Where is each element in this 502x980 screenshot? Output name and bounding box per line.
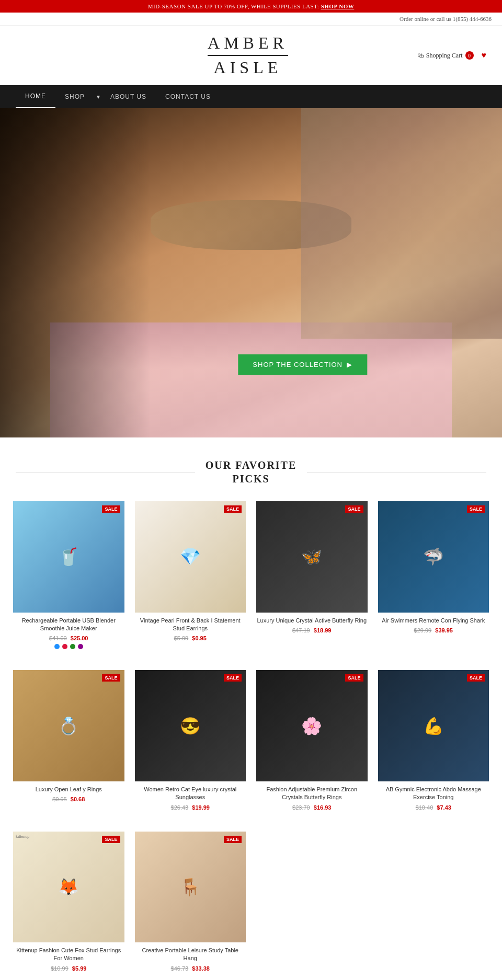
products-row1: SALE 🥤 Rechargeable Portable USB Blender…: [0, 496, 502, 654]
product-card[interactable]: SALE 💍 Luxury Open Leaf y Rings $0.95 $0…: [8, 665, 130, 815]
sale-badge: SALE: [102, 674, 120, 682]
banner-text: MID-SEASON SALE UP TO 70% OFF, WHILE SUP…: [148, 3, 320, 9]
sale-badge: SALE: [102, 505, 120, 513]
product-prices: $26.43 $19.99: [135, 804, 246, 811]
left-divider: [16, 472, 195, 472]
product-card[interactable]: SALE 🌸 Fashion Adjustable Premium Zircon…: [251, 665, 373, 815]
product-card[interactable]: SALE kittenup 🦊 Kittenup Fashion Cute Fo…: [8, 826, 130, 977]
product-prices: $10.99 $5.99: [13, 965, 124, 972]
price-new: $25.00: [71, 635, 88, 641]
product-card[interactable]: SALE 💪 AB Gymnic Electronic Abdo Massage…: [373, 665, 495, 815]
hero-cta: SHOP THE COLLECTION ▶: [238, 354, 367, 375]
product-prices: $41.00 $25.00: [13, 635, 124, 641]
product-image: 🦈: [378, 501, 489, 613]
price-old: $23.70: [292, 804, 310, 811]
sale-badge: SALE: [224, 836, 242, 843]
sale-badge: SALE: [224, 505, 242, 513]
logo-line1: AMBER: [208, 33, 288, 53]
product-prices: $10.40 $7.43: [378, 804, 489, 811]
products-row2: SALE 💍 Luxury Open Leaf y Rings $0.95 $0…: [0, 665, 502, 815]
product-image: 🦋: [256, 501, 368, 613]
product-card[interactable]: SALE 🦈 Air Swimmers Remote Con Flying Sh…: [373, 496, 495, 654]
header-right: 🛍 Shopping Cart 0 ♥: [417, 51, 486, 60]
product-prices: $23.70 $16.93: [256, 804, 368, 811]
product-title: Creative Portable Leisure Study Table Ha…: [135, 947, 246, 963]
shop-btn-text: SHOP THE COLLECTION: [253, 361, 343, 368]
price-old: $0.95: [52, 796, 67, 802]
price-old: $47.19: [292, 627, 310, 633]
price-old: $41.00: [49, 635, 67, 641]
price-new: $18.99: [314, 627, 332, 633]
empty-cell: [373, 826, 495, 977]
product-title: Kittenup Fashion Cute Fox Stud Earrings …: [13, 947, 124, 963]
product-title: Women Retro Cat Eye luxury crystal Sungl…: [135, 786, 246, 802]
product-prices: $0.95 $0.68: [13, 796, 124, 802]
price-new: $7.43: [437, 804, 451, 811]
product-image: 💪: [378, 670, 489, 781]
empty-cell: [251, 826, 373, 977]
wishlist-icon[interactable]: ♥: [482, 51, 487, 60]
product-card[interactable]: SALE 🪑 Creative Portable Leisure Study T…: [130, 826, 252, 977]
product-title: Vintage Pearl Front & Back I Statement S…: [135, 617, 246, 633]
price-new: $19.99: [192, 804, 210, 811]
product-card[interactable]: SALE 🦋 Luxury Unique Crystal Active Butt…: [251, 496, 373, 654]
header: AMBER AISLE 🛍 Shopping Cart 0 ♥: [0, 26, 502, 85]
order-bar: Order online or call us 1(855) 444-6636: [0, 13, 502, 26]
price-new: $0.68: [71, 796, 85, 802]
price-old: $46.73: [171, 965, 189, 972]
price-new: $5.99: [72, 965, 87, 972]
banner-link[interactable]: SHOP NOW: [321, 3, 355, 9]
price-old: $10.40: [416, 804, 433, 811]
product-title: Fashion Adjustable Premium Zircon Crysta…: [256, 786, 368, 802]
color-options: [13, 644, 124, 649]
hero-bg: [0, 108, 502, 437]
product-image: 🥤: [13, 501, 124, 613]
sale-badge: SALE: [467, 674, 485, 682]
sale-badge: SALE: [224, 674, 242, 682]
cart-count: 0: [465, 51, 474, 60]
product-card[interactable]: SALE 😎 Women Retro Cat Eye luxury crysta…: [130, 665, 252, 815]
nav-shop[interactable]: SHOP: [55, 85, 94, 108]
price-old: $10.99: [51, 965, 69, 972]
order-text: Order online or call us 1(855) 444-6636: [400, 16, 492, 22]
product-title: Luxury Unique Crystal Active Butterfly R…: [256, 617, 368, 625]
product-title: Luxury Open Leaf y Rings: [13, 786, 124, 793]
product-card[interactable]: SALE 🥤 Rechargeable Portable USB Blender…: [8, 496, 130, 654]
color-dot-green[interactable]: [70, 644, 75, 649]
nav-about[interactable]: ABOUT US: [101, 85, 156, 108]
price-old: $26.43: [171, 804, 189, 811]
color-dot-purple[interactable]: [78, 644, 83, 649]
product-prices: $46.73 $33.38: [135, 965, 246, 972]
right-divider: [307, 472, 486, 472]
cart-label: Shopping Cart: [426, 52, 463, 60]
product-image: 💍: [13, 670, 124, 781]
arrow-icon: ▶: [347, 361, 352, 368]
product-prices: $5.99 $0.95: [135, 635, 246, 641]
sale-badge: SALE: [467, 505, 485, 513]
product-title: AB Gymnic Electronic Abdo Massage Exerci…: [378, 786, 489, 802]
products-row3: SALE kittenup 🦊 Kittenup Fashion Cute Fo…: [0, 826, 502, 977]
product-image: 🌸: [256, 670, 368, 781]
section-header: OUR FAVORITEPICKS: [16, 458, 486, 486]
color-dot-red[interactable]: [62, 644, 67, 649]
cart-wrap[interactable]: 🛍 Shopping Cart 0: [417, 51, 474, 60]
sale-badge: SALE: [345, 674, 363, 682]
sale-badge: SALE: [345, 505, 363, 513]
product-image: 🪑: [135, 832, 246, 943]
color-dot-blue[interactable]: [54, 644, 60, 649]
price-new: $33.38: [192, 965, 210, 972]
hero-section: SHOP THE COLLECTION ▶: [0, 108, 502, 437]
product-card[interactable]: SALE 💎 Vintage Pearl Front & Back I Stat…: [130, 496, 252, 654]
nav-home[interactable]: HOME: [16, 85, 55, 108]
price-new: $39.95: [435, 627, 453, 633]
product-prices: $47.19 $18.99: [256, 627, 368, 633]
product-image: 💎: [135, 501, 246, 613]
navigation: HOME SHOP ▼ ABOUT US CONTACT US: [0, 85, 502, 108]
shop-collection-button[interactable]: SHOP THE COLLECTION ▶: [238, 354, 367, 375]
nav-contact[interactable]: CONTACT US: [156, 85, 220, 108]
product-image: kittenup 🦊: [13, 832, 124, 943]
product-title: Air Swimmers Remote Con Flying Shark: [378, 617, 489, 625]
logo-line2: AISLE: [208, 58, 288, 77]
sale-badge: SALE: [102, 836, 120, 843]
product-image: 😎: [135, 670, 246, 781]
